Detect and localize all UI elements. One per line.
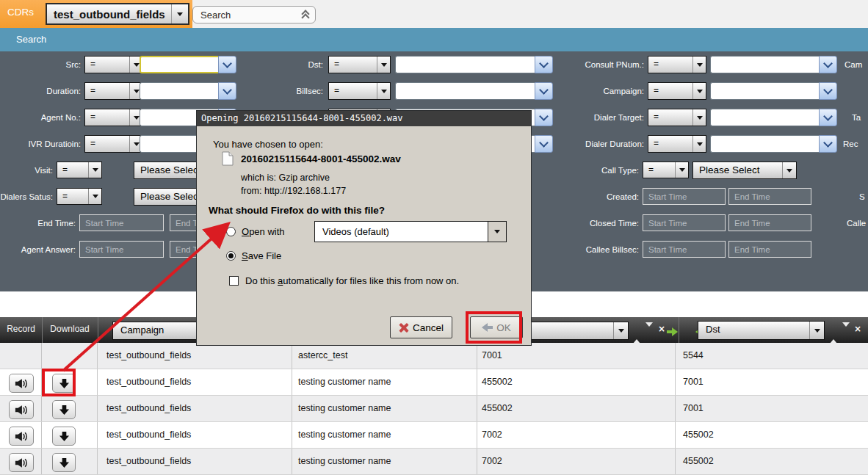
operator-select-right-2[interactable]: =	[648, 109, 706, 126]
filter-combo-duration-field[interactable]	[140, 82, 218, 100]
date-start-agent-answer[interactable]: Start Time	[79, 241, 164, 258]
please-select-call-type[interactable]: Please Select	[692, 162, 797, 179]
date-start-mid-7[interactable]: Start Time	[643, 241, 726, 258]
speaker-icon	[15, 378, 28, 389]
filter-combo-right-2-field[interactable]	[710, 109, 819, 126]
download-icon	[59, 405, 70, 416]
search-collapse-button[interactable]: Search	[192, 6, 316, 23]
operator-select-duration[interactable]: =	[84, 82, 143, 100]
table-cell: astercc_test	[292, 343, 477, 369]
play-record-button[interactable]	[9, 453, 34, 472]
date-start-created[interactable]: Start Time	[643, 188, 726, 205]
speaker-icon	[15, 405, 28, 416]
top-tab-bar: CDRs test_outbound_fields Search	[0, 0, 868, 29]
caret-down-icon	[134, 90, 140, 93]
operator-select-ivr-duratioin[interactable]: =	[84, 135, 143, 153]
do-automatically-checkbox[interactable]	[229, 276, 239, 286]
column-header-dst-select[interactable]: Dst	[698, 321, 825, 340]
table-cell: test_outbound_fields	[98, 422, 292, 448]
filter-combo-right-3-field[interactable]	[710, 135, 819, 153]
sort-desc-icon[interactable]	[645, 327, 653, 340]
filter-combo-right-0-field[interactable]	[710, 56, 819, 73]
filter-combo-right-1-trigger[interactable]	[819, 82, 837, 100]
table-cell: 7001	[477, 343, 676, 369]
filter-combo-right-0[interactable]	[710, 56, 837, 73]
table-cell: test_outbound_fields	[98, 396, 292, 421]
remove-column-icon[interactable]: ×	[658, 324, 665, 334]
sort-desc-icon[interactable]	[842, 327, 850, 340]
download-record-button[interactable]	[52, 400, 76, 419]
filter-label-clipped: S	[859, 188, 868, 206]
annotation-box-ok	[466, 311, 522, 344]
sort-asc-icon[interactable]	[633, 327, 640, 340]
filter-label-agent-answer: Agent Answer:	[0, 241, 76, 258]
filter-label-clipped: Cam	[845, 56, 868, 73]
date-end-created[interactable]: End Time	[728, 188, 811, 205]
operator-select-agent-no[interactable]: =	[84, 109, 143, 126]
date-end-mid-7[interactable]: End Time	[728, 241, 811, 258]
filter-label-mid-6: Closed Time:	[514, 214, 639, 232]
operator-select-right-1[interactable]: =	[648, 82, 706, 100]
operator-select-visit[interactable]: =	[57, 162, 102, 178]
download-record-button[interactable]	[52, 453, 76, 472]
operator-select-dialers-satus-value: =	[57, 189, 88, 204]
play-record-button[interactable]	[9, 374, 34, 393]
operator-select-src[interactable]: =	[84, 56, 143, 73]
dialog-title-bar[interactable]: Opening 20160215115644-8001-455002.wav	[197, 111, 531, 126]
move-column-right-icon[interactable]	[667, 327, 678, 336]
operator-select-mid-0-caret	[377, 57, 390, 73]
filter-combo-src-field[interactable]	[140, 56, 218, 73]
download-record-button[interactable]	[52, 427, 76, 446]
date-end-mid-6[interactable]: End Time	[728, 214, 811, 231]
download-dialog: Opening 20160215115644-8001-455002.wav Y…	[197, 111, 531, 345]
open-with-app-select[interactable]: Videos (default)	[314, 221, 507, 242]
table-cell: 5544	[676, 343, 868, 369]
open-with-label: Open with	[242, 226, 285, 237]
filter-combo-right-1-field[interactable]	[710, 82, 819, 100]
play-record-button[interactable]	[9, 400, 34, 419]
operator-select-right-0[interactable]: =	[648, 56, 706, 73]
tab-caret[interactable]	[171, 4, 188, 23]
table-cell: testing customer name	[292, 449, 477, 474]
filter-label-clipped: Rec	[843, 135, 868, 153]
play-record-button[interactable]	[9, 427, 34, 446]
caret-down-icon	[618, 329, 624, 333]
sort-asc-icon[interactable]	[830, 327, 837, 340]
table-cell: testing customer name	[292, 396, 477, 421]
filter-combo-right-1[interactable]	[710, 82, 837, 100]
tab-active-cdr-view[interactable]: test_outbound_fields	[46, 3, 189, 25]
filter-combo-right-0-trigger[interactable]	[819, 56, 837, 73]
table-cell	[0, 422, 42, 448]
operator-select-right-0-value: =	[648, 57, 692, 73]
date-start-mid-6[interactable]: Start Time	[643, 214, 726, 231]
filter-combo-right-2-trigger[interactable]	[819, 109, 837, 126]
operator-select-call-type[interactable]: =	[643, 162, 689, 178]
operator-select-right-3[interactable]: =	[648, 135, 706, 153]
filter-label-mid-7: Callee Billsec:	[514, 241, 639, 258]
table-cell	[0, 369, 42, 395]
table-cell: 455002	[477, 369, 676, 395]
operator-select-mid-1[interactable]: =	[328, 82, 391, 100]
caret-down-icon	[134, 142, 140, 146]
filter-combo-right-3[interactable]	[710, 135, 837, 153]
filter-combo-right-3-trigger[interactable]	[819, 135, 837, 153]
occluded-header-caret[interactable]	[613, 322, 628, 339]
cancel-button[interactable]: Cancel	[390, 316, 452, 338]
open-with-radio[interactable]	[226, 227, 236, 236]
tab-cdrs[interactable]: CDRs	[7, 7, 34, 18]
filter-combo-right-2[interactable]	[710, 109, 837, 126]
save-file-radio[interactable]	[226, 251, 236, 261]
operator-select-visit-value: =	[57, 162, 88, 178]
dst-header-caret[interactable]	[809, 322, 824, 339]
chevron-down-icon	[823, 85, 833, 95]
speaker-icon	[15, 457, 28, 468]
operator-select-mid-0[interactable]: =	[328, 56, 391, 73]
table-cell: test_outbound_fields	[98, 449, 292, 474]
operator-select-dialers-satus[interactable]: =	[57, 188, 102, 205]
save-file-label: Save File	[242, 250, 281, 261]
filter-label-ivr-duratioin: IVR Duratioin:	[0, 135, 81, 153]
remove-column-icon[interactable]: ×	[854, 324, 861, 334]
date-start-end-time[interactable]: Start Time	[79, 214, 164, 231]
results-table-body: test_outbound_fieldsastercc_test70015544…	[0, 343, 868, 475]
open-with-app-caret[interactable]	[488, 222, 506, 242]
